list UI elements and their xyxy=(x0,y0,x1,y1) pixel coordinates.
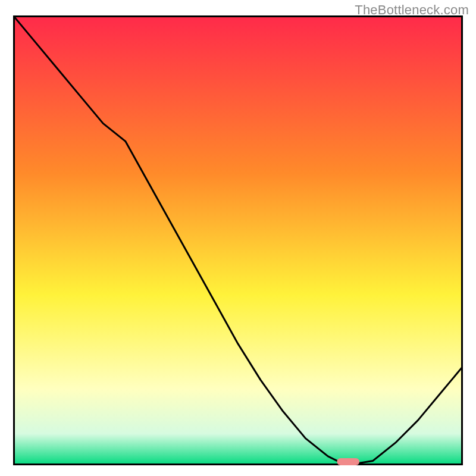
bottleneck-chart xyxy=(13,15,463,465)
optimal-marker xyxy=(337,458,359,465)
gradient-background xyxy=(13,15,463,465)
